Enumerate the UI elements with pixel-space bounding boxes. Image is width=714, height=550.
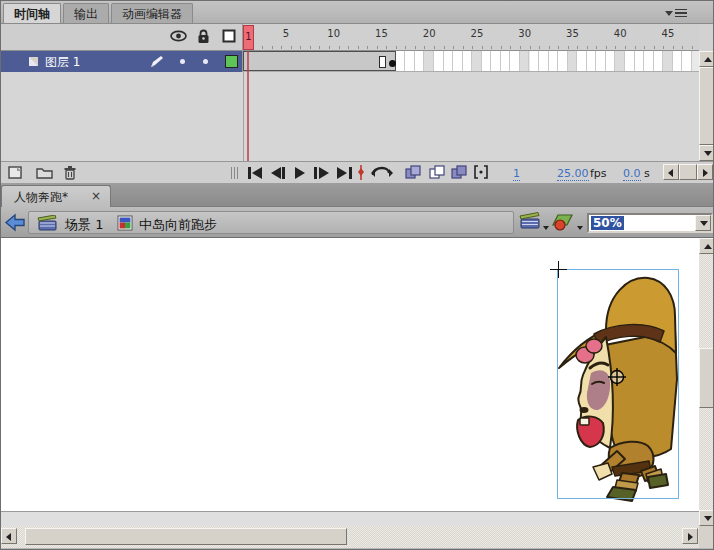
frame-cell[interactable]	[625, 51, 635, 71]
play-button[interactable]	[291, 166, 309, 180]
scroll-up-button[interactable]	[699, 238, 714, 254]
frame-cell[interactable]	[596, 51, 606, 71]
frame-cell[interactable]	[444, 51, 454, 71]
frame-cell[interactable]	[558, 51, 568, 71]
layer-lock-dot[interactable]	[203, 59, 208, 64]
scroll-left-button[interactable]	[1, 528, 17, 544]
pasteboard	[1, 511, 699, 526]
frame-cell[interactable]	[644, 51, 654, 71]
breadcrumb-scene-label[interactable]: 场景 1	[65, 216, 103, 234]
frame-cell[interactable]	[424, 51, 434, 71]
frame-cell[interactable]	[472, 51, 482, 71]
layer-name[interactable]: 图层 1	[45, 54, 80, 71]
edit-scene-button[interactable]	[519, 212, 547, 234]
frame-cell[interactable]	[396, 51, 406, 71]
frame-cell[interactable]	[501, 51, 511, 71]
new-layer-button[interactable]	[7, 165, 24, 180]
stage-canvas[interactable]	[1, 238, 699, 526]
frame-cell[interactable]	[463, 51, 473, 71]
scroll-right-button[interactable]	[682, 528, 698, 544]
scroll-up-button[interactable]	[699, 51, 714, 67]
frame-cell[interactable]	[663, 51, 673, 71]
document-tab[interactable]: 人物奔跑* ×	[1, 185, 111, 207]
frame-rate-value[interactable]: 25.00	[557, 167, 589, 181]
elapsed-time-value[interactable]: 0.0	[623, 167, 641, 181]
onion-skin-button[interactable]	[405, 165, 422, 180]
scrollbar-thumb[interactable]	[679, 164, 697, 180]
stage-horizontal-scrollbar[interactable]	[1, 526, 699, 548]
frame-cell[interactable]	[530, 51, 540, 71]
zoom-value[interactable]: 50%	[591, 216, 624, 230]
layer-visible-dot[interactable]	[180, 59, 185, 64]
frame-cell[interactable]	[453, 51, 463, 71]
edit-symbols-button[interactable]	[552, 212, 580, 234]
modify-markers-button[interactable]	[473, 164, 489, 180]
scroll-right-button[interactable]	[697, 164, 713, 180]
frame-cell[interactable]	[654, 51, 664, 71]
frames-row[interactable]	[243, 51, 699, 72]
current-frame-value[interactable]: 1	[513, 167, 520, 181]
back-button[interactable]	[4, 212, 26, 233]
loop-button[interactable]	[369, 166, 393, 179]
lock-icon[interactable]	[197, 29, 210, 44]
step-back-button[interactable]	[269, 166, 287, 180]
frame-cell[interactable]	[587, 51, 597, 71]
frame-cell[interactable]	[415, 51, 425, 71]
frame-cell[interactable]	[434, 51, 444, 71]
timeline-ruler[interactable]: 51015202530354045 1	[243, 24, 699, 51]
center-frame-button[interactable]	[356, 164, 366, 181]
frame-cell[interactable]	[405, 51, 415, 71]
onion-skin-outlines-button[interactable]	[429, 165, 446, 180]
frame-span[interactable]	[243, 51, 396, 71]
scroll-left-button[interactable]	[663, 164, 679, 180]
frame-cell[interactable]	[568, 51, 578, 71]
frame-cell[interactable]	[549, 51, 559, 71]
arrow-up-icon	[704, 57, 712, 62]
edit-multiple-frames-button[interactable]	[451, 165, 468, 180]
selection-bounding-box[interactable]	[557, 269, 679, 499]
panel-menu-icon[interactable]	[665, 7, 687, 19]
frame-cell[interactable]	[482, 51, 492, 71]
frame-cell[interactable]	[606, 51, 616, 71]
zoom-dropdown-button[interactable]	[695, 215, 711, 231]
frame-cell[interactable]	[577, 51, 587, 71]
close-icon[interactable]: ×	[91, 189, 101, 203]
scroll-down-button[interactable]	[699, 510, 714, 526]
breadcrumb-symbol-label[interactable]: 中岛向前跑步	[139, 216, 217, 234]
playhead[interactable]: 1	[243, 25, 254, 50]
go-to-last-frame-button[interactable]	[335, 166, 353, 180]
outline-column-icon[interactable]	[222, 29, 236, 43]
delete-layer-button[interactable]	[63, 165, 77, 181]
chevron-down-icon	[577, 226, 583, 230]
zoom-combobox[interactable]: 50%	[587, 213, 713, 233]
edit-bar: 场景 1 中岛向前跑步 50%	[1, 207, 714, 238]
panel-tab-output[interactable]: 输出	[63, 3, 109, 23]
stage-vertical-scrollbar[interactable]	[699, 238, 714, 526]
go-to-first-frame-button[interactable]	[247, 166, 265, 180]
frame-cell[interactable]	[520, 51, 530, 71]
frame-cell[interactable]	[491, 51, 501, 71]
timeline-vertical-scrollbar[interactable]	[699, 51, 714, 161]
scroll-down-button[interactable]	[699, 145, 714, 161]
panel-tab-timeline[interactable]: 时间轴	[3, 3, 61, 23]
scrollbar-thumb[interactable]	[699, 348, 714, 408]
new-folder-button[interactable]	[35, 165, 54, 180]
arrow-down-icon	[704, 151, 712, 156]
scrollbar-thumb[interactable]	[699, 67, 714, 145]
frame-cell[interactable]	[673, 51, 683, 71]
panel-tab-motion-editor[interactable]: 动画编辑器	[111, 3, 193, 23]
playhead-line	[247, 51, 249, 161]
frame-cell[interactable]	[510, 51, 520, 71]
frame-cell[interactable]	[539, 51, 549, 71]
layer-outline-color-swatch[interactable]	[225, 55, 238, 68]
timeline-horizontal-scrollbar[interactable]	[663, 164, 713, 181]
frame-cell[interactable]	[615, 51, 625, 71]
step-forward-button[interactable]	[313, 166, 331, 180]
ruler-number: 10	[325, 28, 343, 39]
layer-row[interactable]: 图层 1	[1, 51, 243, 72]
eye-icon[interactable]	[170, 29, 187, 43]
scrollbar-thumb[interactable]	[25, 528, 347, 545]
frame-cell[interactable]	[682, 51, 692, 71]
frame-cell[interactable]	[635, 51, 645, 71]
panel-splitter-handle[interactable]	[231, 167, 241, 179]
